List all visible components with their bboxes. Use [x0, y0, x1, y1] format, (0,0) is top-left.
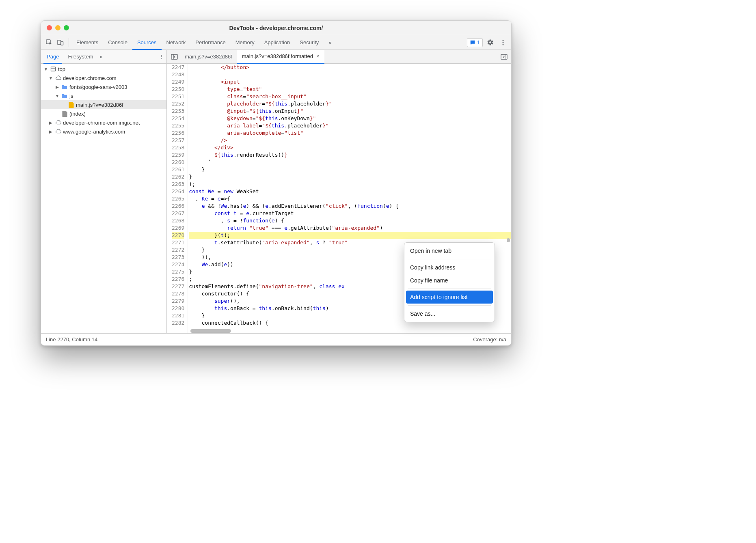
- devtools-window: DevTools - developer.chrome.com/ Element…: [41, 20, 512, 346]
- disclosure-triangle-icon[interactable]: ▼: [55, 94, 60, 98]
- svg-rect-6: [51, 67, 56, 71]
- disclosure-triangle-icon[interactable]: ▼: [43, 67, 48, 71]
- tab-application[interactable]: Application: [259, 35, 295, 50]
- context-menu: Open in new tab Copy link address Copy f…: [404, 242, 495, 322]
- editor-tabs: main.js?v=e382d86f main.js?v=e382d86f:fo…: [167, 50, 511, 64]
- tab-memory[interactable]: Memory: [231, 35, 259, 50]
- navigator-kebab-icon[interactable]: ⋮: [159, 54, 164, 60]
- tree-imgix[interactable]: ▶ developer-chrome-com.imgix.net: [41, 118, 166, 127]
- js-file-icon: [68, 101, 74, 108]
- menu-separator: [408, 289, 491, 289]
- tree-file-main[interactable]: main.js?v=e382d86f: [41, 100, 166, 109]
- tab-network[interactable]: Network: [162, 35, 191, 50]
- tree-label: js: [69, 93, 73, 99]
- tree-label: developer-chrome-com.imgix.net: [63, 120, 140, 126]
- disclosure-triangle-icon[interactable]: ▶: [48, 129, 53, 134]
- cloud-icon: [55, 75, 61, 81]
- disclosure-triangle-icon[interactable]: ▶: [48, 121, 53, 125]
- tree-ga[interactable]: ▶ www.google-analytics.com: [41, 127, 166, 136]
- navigator-tab-filesystem[interactable]: Filesystem: [65, 50, 96, 64]
- inspect-element-icon[interactable]: [43, 37, 55, 48]
- tab-console[interactable]: Console: [103, 35, 132, 50]
- messages-count: 1: [477, 40, 480, 45]
- editor-tab-mainjs[interactable]: main.js?v=e382d86f: [180, 50, 237, 64]
- menu-separator: [408, 305, 491, 306]
- tab-security[interactable]: Security: [295, 35, 324, 50]
- tab-performance[interactable]: Performance: [190, 35, 230, 50]
- disclosure-triangle-icon[interactable]: ▶: [55, 85, 60, 89]
- navigator-tab-page[interactable]: Page: [43, 50, 62, 64]
- cursor-position: Line 2270, Column 14: [46, 336, 97, 343]
- tab-sources[interactable]: Sources: [132, 35, 162, 50]
- folder-icon: [61, 93, 68, 99]
- menu-separator: [408, 259, 491, 259]
- tree-folder-js[interactable]: ▼ js: [41, 91, 166, 100]
- minimize-window-button[interactable]: [55, 25, 60, 30]
- tree-label: top: [58, 66, 65, 72]
- folder-icon: [61, 84, 68, 90]
- editor-tab-formatted[interactable]: main.js?v=e382d86f:formatted ×: [237, 50, 324, 64]
- toolbar-divider: [69, 38, 69, 47]
- cloud-icon: [55, 119, 61, 126]
- navigator-tabs: Page Filesystem » ⋮: [41, 50, 166, 64]
- vertical-scrollbar-thumb[interactable]: [507, 238, 510, 242]
- tree-label: developer.chrome.com: [63, 75, 117, 81]
- svg-point-4: [503, 42, 504, 43]
- tree-host[interactable]: ▼ developer.chrome.com: [41, 73, 166, 82]
- settings-gear-icon[interactable]: [484, 37, 496, 48]
- menu-save-as[interactable]: Save as...: [404, 307, 495, 320]
- tree-label: main.js?v=e382d86f: [76, 102, 123, 108]
- cloud-icon: [55, 128, 61, 135]
- tree-index[interactable]: (index): [41, 109, 166, 118]
- svg-point-5: [503, 44, 504, 45]
- navigator-panel: Page Filesystem » ⋮ ▼ top ▼: [41, 50, 167, 333]
- maximize-window-button[interactable]: [64, 25, 69, 30]
- menu-copy-file[interactable]: Copy file name: [404, 274, 495, 287]
- frame-icon: [50, 66, 56, 72]
- line-number-gutter: 2247224822492250225122522253225422552256…: [167, 64, 188, 333]
- file-tree: ▼ top ▼ developer.chrome.com: [41, 64, 166, 333]
- traffic-lights: [41, 25, 69, 30]
- menu-open-new-tab[interactable]: Open in new tab: [404, 244, 495, 257]
- tree-folder-fonts[interactable]: ▶ fonts/google-sans-v2003: [41, 82, 166, 91]
- close-window-button[interactable]: [47, 25, 52, 30]
- tree-label: fonts/google-sans-v2003: [69, 84, 127, 90]
- tree-label: www.google-analytics.com: [63, 129, 125, 135]
- toggle-debugger-icon[interactable]: [498, 51, 510, 62]
- editor-tab-label: main.js?v=e382d86f:formatted: [242, 50, 313, 63]
- close-tab-icon[interactable]: ×: [316, 50, 320, 63]
- status-bar: Line 2270, Column 14 Coverage: n/a: [41, 333, 511, 345]
- tab-elements[interactable]: Elements: [71, 35, 103, 50]
- menu-ignore-list[interactable]: Add script to ignore list: [406, 291, 493, 304]
- main-toolbar: Elements Console Sources Network Perform…: [41, 35, 511, 50]
- coverage-status: Coverage: n/a: [473, 336, 506, 343]
- svg-point-3: [503, 40, 504, 41]
- disclosure-triangle-icon[interactable]: ▼: [48, 76, 53, 80]
- kebab-menu-icon[interactable]: [497, 37, 509, 48]
- navigator-overflow[interactable]: »: [100, 54, 103, 60]
- document-icon: [61, 110, 68, 117]
- window-title: DevTools - developer.chrome.com/: [41, 25, 511, 31]
- console-messages-badge[interactable]: 1: [467, 38, 483, 47]
- toggle-navigator-icon[interactable]: [168, 51, 180, 62]
- device-toolbar-icon[interactable]: [55, 37, 66, 48]
- horizontal-scrollbar-thumb[interactable]: [190, 329, 231, 333]
- menu-copy-link[interactable]: Copy link address: [404, 261, 495, 274]
- tab-overflow[interactable]: »: [324, 35, 336, 50]
- tree-label: (index): [69, 111, 86, 117]
- editor-tab-label: main.js?v=e382d86f: [185, 50, 232, 64]
- tree-top[interactable]: ▼ top: [41, 65, 166, 73]
- titlebar: DevTools - developer.chrome.com/: [41, 21, 511, 35]
